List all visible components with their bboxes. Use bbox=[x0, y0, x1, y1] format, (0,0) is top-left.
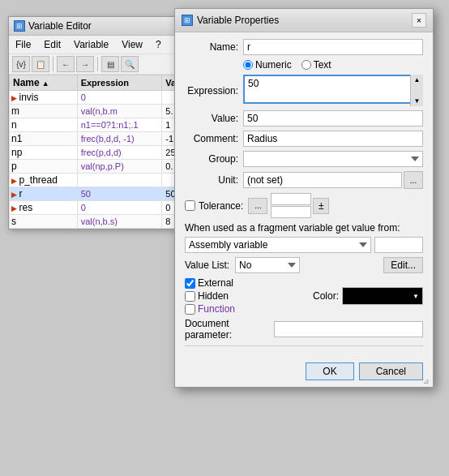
props-body: Name: Numeric Text Expression: ▲ ▼ bbox=[175, 32, 433, 358]
menu-edit[interactable]: Edit bbox=[41, 37, 64, 52]
text-radio[interactable] bbox=[301, 60, 311, 70]
expression-row: Expression: ▲ ▼ bbox=[185, 75, 423, 106]
table-row[interactable]: npfrec(p,d,d)25 bbox=[10, 146, 186, 160]
hidden-checkbox[interactable] bbox=[185, 291, 195, 302]
expression-input[interactable] bbox=[243, 75, 423, 104]
tb-fwd-btn[interactable]: → bbox=[76, 56, 94, 72]
menu-file[interactable]: File bbox=[12, 37, 34, 52]
dialog-footer: OK Cancel bbox=[175, 358, 433, 387]
col-expr-header[interactable]: Expression bbox=[77, 75, 162, 91]
scroll-up-arrow[interactable]: ▲ bbox=[413, 75, 422, 85]
tolerance-pm-button[interactable]: ± bbox=[313, 198, 329, 214]
assembly-text-input[interactable] bbox=[374, 237, 423, 253]
props-icon: ⊞ bbox=[182, 15, 193, 26]
props-title-left: ⊞ Variable Properties bbox=[182, 15, 279, 26]
variable-editor-window: ⊞ Variable Editor File Edit Variable Vie… bbox=[8, 16, 186, 229]
comment-label: Comment: bbox=[185, 133, 243, 144]
color-dropdown[interactable]: ▼ bbox=[342, 287, 423, 305]
name-label: Name: bbox=[185, 41, 243, 53]
name-row: Name: bbox=[185, 39, 423, 55]
table-row[interactable]: ▶ res00 bbox=[10, 201, 186, 215]
table-row[interactable]: ▶ invis0 bbox=[10, 91, 186, 105]
tolerance-top-input[interactable] bbox=[271, 193, 311, 205]
var-editor-title-bar: ⊞ Variable Editor bbox=[9, 17, 186, 36]
hidden-check-item: Hidden bbox=[185, 290, 235, 302]
cancel-button[interactable]: Cancel bbox=[359, 362, 423, 380]
unit-input[interactable] bbox=[243, 172, 402, 188]
name-input[interactable] bbox=[243, 39, 423, 55]
tolerance-dots-button[interactable]: ... bbox=[248, 198, 267, 214]
assembly-select[interactable]: Assembly variable External Formula bbox=[185, 237, 371, 253]
function-check-item: Function bbox=[185, 303, 235, 315]
close-button[interactable]: × bbox=[412, 13, 426, 28]
external-checkbox[interactable] bbox=[185, 278, 195, 289]
text-label: Text bbox=[314, 59, 331, 71]
menu-variable[interactable]: Variable bbox=[71, 37, 112, 52]
doc-param-label: Document parameter: bbox=[185, 318, 274, 341]
props-title: Variable Properties bbox=[197, 15, 279, 26]
function-label: Function bbox=[198, 303, 235, 315]
tb-sep1 bbox=[53, 57, 53, 71]
valuelist-label: Value List: bbox=[185, 259, 232, 271]
tb-sep2 bbox=[97, 57, 98, 71]
group-label: Group: bbox=[185, 153, 243, 165]
ok-button[interactable]: OK bbox=[306, 362, 353, 380]
tb-filter-btn[interactable]: ▤ bbox=[101, 56, 119, 72]
radio-numeric[interactable]: Numeric bbox=[243, 59, 292, 71]
table-row[interactable]: sval(n,b.s)8 bbox=[10, 215, 186, 229]
table-row[interactable]: ▶ r5050 bbox=[10, 187, 186, 201]
tolerance-row: Tolerance: ... ± bbox=[185, 193, 423, 218]
assembly-row: Assembly variable External Formula bbox=[185, 237, 423, 253]
value-row: Value: bbox=[185, 110, 423, 127]
menu-help[interactable]: ? bbox=[152, 37, 165, 52]
tb-back-btn[interactable]: ← bbox=[57, 56, 75, 72]
table-row[interactable]: mval(n,b.m5. bbox=[10, 105, 186, 118]
group-row: Group: bbox=[185, 151, 423, 167]
numeric-label: Numeric bbox=[255, 59, 292, 71]
tb-new-btn[interactable]: {v} bbox=[12, 56, 30, 72]
tb-search-btn[interactable]: 🔍 bbox=[121, 56, 139, 72]
color-label: Color: bbox=[313, 290, 339, 302]
edit-button[interactable]: Edit... bbox=[383, 257, 423, 273]
valuelist-row: Value List: No Yes Edit... bbox=[185, 257, 423, 273]
radio-text[interactable]: Text bbox=[301, 59, 331, 71]
expression-container: ▲ ▼ bbox=[243, 75, 423, 106]
scroll-down-arrow[interactable]: ▼ bbox=[413, 96, 422, 106]
table-row[interactable]: ▶ p_thread bbox=[10, 174, 186, 187]
hidden-label: Hidden bbox=[198, 290, 229, 302]
menu-view[interactable]: View bbox=[118, 37, 146, 52]
variable-properties-dialog: ⊞ Variable Properties × Name: Numeric Te… bbox=[174, 8, 434, 388]
external-label: External bbox=[198, 277, 233, 289]
comment-row: Comment: bbox=[185, 131, 423, 147]
table-row[interactable]: nn1==0?1:n1;.11 bbox=[10, 118, 186, 132]
value-label: Value: bbox=[185, 113, 243, 124]
numeric-radio[interactable] bbox=[243, 60, 253, 70]
fragment-label: When used as a fragment variable get val… bbox=[185, 222, 423, 234]
var-editor-toolbar: {v} 📋 ← → ▤ 🔍 bbox=[9, 54, 186, 75]
props-title-bar: ⊞ Variable Properties × bbox=[175, 9, 433, 32]
tolerance-bottom-input[interactable] bbox=[271, 206, 311, 218]
table-row[interactable]: n1frec(b,d,d, -1)-1 bbox=[10, 132, 186, 146]
var-editor-title: Variable Editor bbox=[28, 20, 92, 32]
tolerance-checkbox[interactable] bbox=[185, 200, 195, 211]
group-select[interactable] bbox=[243, 151, 423, 167]
doc-param-row: Document parameter: bbox=[185, 318, 423, 341]
color-dropdown-arrow: ▼ bbox=[413, 293, 419, 300]
tb-open-btn[interactable]: 📋 bbox=[32, 56, 49, 72]
resize-handle[interactable]: ⊿ bbox=[423, 377, 430, 385]
var-editor-menu: File Edit Variable View ? bbox=[9, 36, 186, 54]
var-editor-icon: ⊞ bbox=[14, 20, 25, 32]
expression-scrollbar[interactable]: ▲ ▼ bbox=[410, 75, 423, 106]
value-input[interactable] bbox=[243, 110, 423, 127]
valuelist-select[interactable]: No Yes bbox=[235, 257, 300, 273]
var-table: Name ▲ Expression Va ▶ invis0mval(n,b.m5… bbox=[9, 75, 186, 229]
doc-param-select[interactable] bbox=[274, 321, 423, 337]
function-checkbox[interactable] bbox=[185, 304, 195, 315]
unit-dots-button[interactable]: ... bbox=[404, 171, 423, 189]
col-name-header[interactable]: Name ▲ bbox=[10, 75, 78, 91]
comment-input[interactable] bbox=[243, 131, 423, 147]
unit-row: Unit: ... bbox=[185, 171, 423, 189]
separator bbox=[185, 345, 423, 346]
table-row[interactable]: pval(np,p.P)0. bbox=[10, 160, 186, 174]
external-row: External Hidden Function Color: ▼ bbox=[185, 277, 423, 315]
